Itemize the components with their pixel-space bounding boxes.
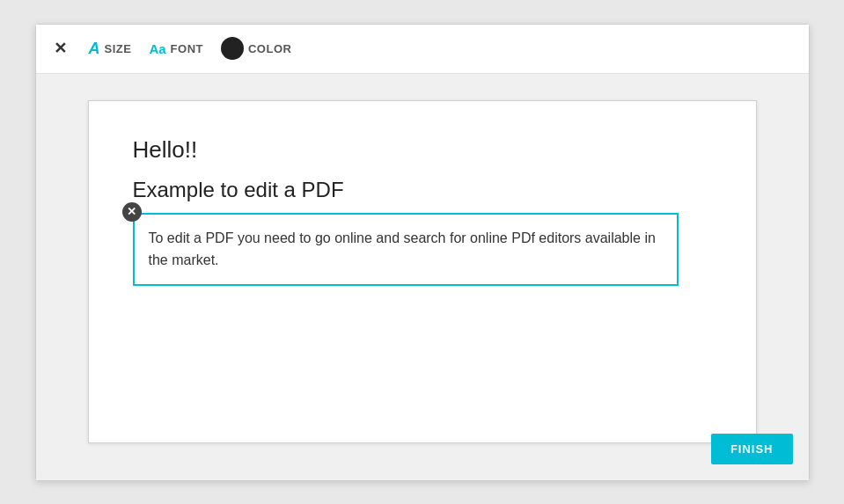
font-toolbar-item[interactable]: Aa FONT	[149, 41, 203, 56]
color-circle[interactable]	[221, 37, 244, 60]
finish-button[interactable]: FINISH	[711, 434, 793, 464]
size-toolbar-item[interactable]: A SIZE	[89, 40, 132, 58]
text-box[interactable]: To edit a PDF you need to go online and …	[133, 213, 679, 286]
size-label: SIZE	[105, 42, 132, 55]
close-button[interactable]: ✕	[50, 38, 71, 59]
text-box-container: ✕ To edit a PDF you need to go online an…	[133, 213, 679, 286]
remove-text-box-button[interactable]: ✕	[122, 202, 142, 222]
toolbar: ✕ A SIZE Aa FONT COLOR	[36, 25, 809, 74]
pdf-title: Hello!!	[133, 136, 712, 164]
pdf-page: Hello!! Example to edit a PDF ✕ To edit …	[88, 100, 757, 443]
color-toolbar-item[interactable]: COLOR	[221, 37, 291, 60]
content-area: Hello!! Example to edit a PDF ✕ To edit …	[36, 74, 809, 480]
main-window: ✕ A SIZE Aa FONT COLOR Hello!! Example t…	[35, 24, 810, 481]
font-label: FONT	[171, 42, 203, 55]
color-label: COLOR	[248, 42, 291, 55]
font-icon: Aa	[149, 41, 165, 56]
pdf-heading: Example to edit a PDF	[133, 178, 712, 202]
finish-button-container: FINISH	[711, 434, 793, 464]
size-icon: A	[89, 40, 100, 58]
